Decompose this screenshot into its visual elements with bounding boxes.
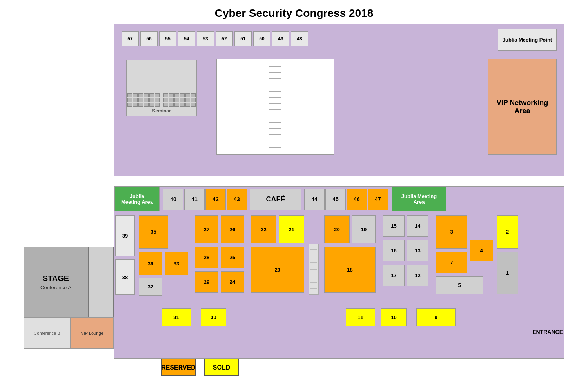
booth-24[interactable]: 24	[221, 271, 244, 293]
vip-networking-area: VIP Networking Area	[488, 59, 557, 155]
booth-50[interactable]: 50	[253, 31, 270, 46]
jublia-meeting-point-upper: Jublia Meeting Point	[498, 29, 557, 51]
booth-25[interactable]: 25	[221, 247, 244, 268]
booth-29[interactable]: 29	[195, 271, 218, 293]
lower-hall: JubliaMeeting Area 40 41 42 43 CAFÉ 44 4…	[114, 186, 564, 359]
booth-56[interactable]: 56	[140, 31, 158, 46]
stage-main: STAGE Conference A	[24, 247, 88, 317]
booth-22[interactable]: 22	[251, 215, 276, 243]
conference-b-area: Conference B	[24, 317, 71, 349]
seminar-seats	[127, 93, 196, 107]
booth-42[interactable]: 42	[205, 189, 226, 210]
cafe-sign: CAFÉ	[250, 189, 301, 210]
booth-44[interactable]: 44	[304, 189, 325, 210]
booth-30[interactable]: 30	[201, 308, 226, 326]
booth-28[interactable]: 28	[195, 247, 218, 268]
legend: RESERVED SOLD	[161, 359, 239, 376]
booth-32[interactable]: 32	[139, 278, 162, 296]
page-title: Cyber Security Congress 2018	[0, 0, 588, 24]
booth-20[interactable]: 20	[324, 215, 350, 243]
booth-26[interactable]: 26	[221, 215, 244, 243]
booth-53[interactable]: 53	[197, 31, 214, 46]
stage-label: STAGE	[43, 274, 69, 283]
booth-52[interactable]: 52	[216, 31, 233, 46]
booth-7[interactable]: 7	[436, 252, 467, 273]
booth-14[interactable]: 14	[407, 215, 428, 237]
main-stage-box	[216, 59, 334, 155]
booth-39[interactable]: 39	[115, 215, 135, 256]
legend-reserved: RESERVED	[161, 359, 196, 376]
booth-35[interactable]: 35	[139, 215, 168, 249]
booth-2[interactable]: 2	[497, 215, 518, 249]
cafe-row: JubliaMeeting Area 40 41 42 43 CAFÉ 44 4…	[114, 187, 564, 211]
entrance-label: ENTRANCE	[532, 329, 563, 335]
booth-48[interactable]: 48	[291, 31, 308, 46]
reserved-box: RESERVED	[161, 359, 196, 376]
conference-a-label: Conference A	[40, 285, 71, 290]
vip-lounge-area: VIP Lounge	[71, 317, 114, 349]
upper-hall: 57 56 55 54 53 52 51 50 49 48 Jublia Mee…	[114, 24, 564, 176]
booth-41[interactable]: 41	[184, 189, 205, 210]
top-booths-row: 57 56 55 54 53 52 51 50 49 48	[122, 31, 308, 46]
booth-5[interactable]: 5	[436, 276, 483, 294]
booth-36[interactable]: 36	[139, 252, 162, 275]
booth-13[interactable]: 13	[407, 240, 428, 261]
booth-57[interactable]: 57	[122, 31, 139, 46]
booth-18[interactable]: 18	[324, 247, 376, 293]
booth-9[interactable]: 9	[416, 308, 456, 326]
sold-box: SOLD	[204, 359, 239, 376]
booth-49[interactable]: 49	[272, 31, 289, 46]
booth-55[interactable]: 55	[159, 31, 176, 46]
booth-10[interactable]: 10	[381, 308, 407, 326]
booth-33[interactable]: 33	[165, 252, 188, 275]
stage-steps	[269, 59, 281, 154]
floor-plan: 57 56 55 54 53 52 51 50 49 48 Jublia Mee…	[24, 24, 564, 378]
booth-17[interactable]: 17	[383, 265, 405, 286]
booth-38[interactable]: 38	[115, 259, 135, 295]
seminar-label: Seminar	[152, 108, 171, 114]
booth-31[interactable]: 31	[162, 308, 191, 326]
booth-47[interactable]: 47	[368, 189, 388, 210]
jublia-meeting-left: JubliaMeeting Area	[114, 187, 160, 211]
booth-54[interactable]: 54	[178, 31, 195, 46]
legend-sold: SOLD	[204, 359, 239, 376]
booth-3[interactable]: 3	[436, 215, 467, 249]
booth-21[interactable]: 21	[279, 215, 304, 243]
booth-23[interactable]: 23	[251, 247, 304, 293]
booth-16[interactable]: 16	[383, 240, 405, 261]
booth-27[interactable]: 27	[195, 215, 218, 243]
booth-12[interactable]: 12	[407, 265, 428, 286]
booth-4[interactable]: 4	[470, 240, 493, 261]
seminar-area: Seminar	[126, 60, 197, 116]
booth-11[interactable]: 11	[346, 308, 375, 326]
booth-1[interactable]: 1	[497, 252, 518, 294]
booth-15[interactable]: 15	[383, 215, 405, 237]
steps-middle	[309, 244, 319, 295]
stage-right-panel	[88, 247, 114, 317]
booth-43[interactable]: 43	[227, 189, 247, 210]
booth-51[interactable]: 51	[234, 31, 252, 46]
stage-area: STAGE Conference A	[24, 247, 114, 317]
booth-40[interactable]: 40	[163, 189, 183, 210]
booth-46[interactable]: 46	[347, 189, 367, 210]
booth-45[interactable]: 45	[325, 189, 346, 210]
jublia-meeting-right: Jublia MeetingArea	[392, 187, 446, 211]
booth-19[interactable]: 19	[352, 215, 376, 243]
